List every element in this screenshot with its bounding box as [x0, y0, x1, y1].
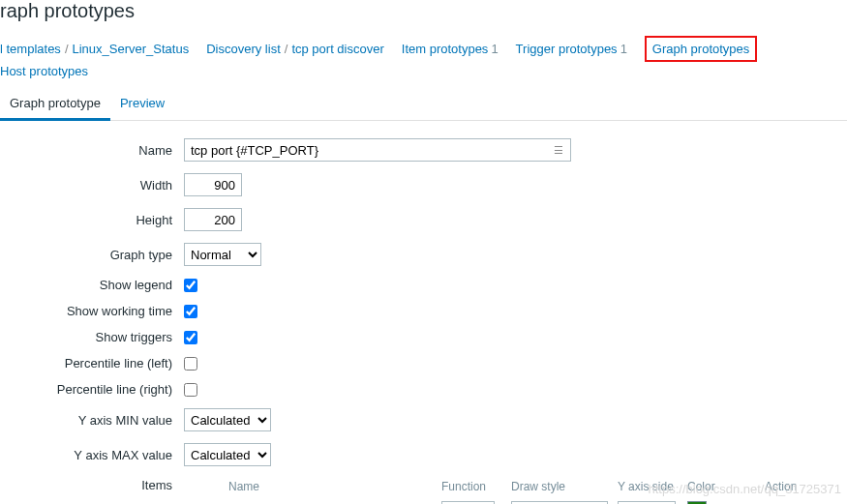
breadcrumb: l templates / Linux_Server_Status Discov…: [0, 26, 847, 90]
col-header-y-axis: Y axis side: [618, 480, 687, 493]
label-items: Items: [0, 478, 184, 492]
label-width: Width: [0, 178, 184, 193]
tab-preview[interactable]: Preview: [110, 90, 174, 121]
label-show-working: Show working time: [0, 304, 184, 318]
show-triggers-checkbox[interactable]: [184, 331, 197, 344]
trigger-proto-count: 1: [620, 42, 627, 56]
page-title: raph prototypes: [0, 0, 847, 26]
crumb-host-prototypes[interactable]: Host prototypes: [0, 64, 88, 78]
perc-right-checkbox[interactable]: [184, 383, 197, 397]
highlight-graph-prototypes: Graph prototypes: [645, 36, 757, 62]
graph-type-select[interactable]: Normal: [184, 243, 261, 266]
name-input[interactable]: [184, 138, 571, 162]
tabs: Graph prototype Preview: [0, 90, 847, 121]
separator: /: [285, 42, 288, 56]
show-working-checkbox[interactable]: [184, 305, 197, 318]
col-header-action: Action: [765, 480, 818, 493]
crumb-item-prototypes[interactable]: Item prototypes: [402, 42, 489, 56]
label-graph-type: Graph type: [0, 248, 184, 262]
height-input[interactable]: [184, 208, 242, 231]
col-header-function: Function: [441, 480, 511, 493]
label-perc-right: Percentile line (right): [0, 382, 184, 397]
col-header-color: Color: [687, 480, 765, 493]
crumb-graph-prototypes[interactable]: Graph prototypes: [652, 42, 749, 56]
y-min-select[interactable]: Calculated: [184, 408, 271, 431]
items-table: Name Function Draw style Y axis side Col…: [186, 478, 820, 504]
col-header-draw-style: Draw style: [511, 480, 618, 493]
table-row: ⋮⋮ 1: Linux_Server_Status: tcp port {#TC…: [186, 499, 820, 504]
label-show-triggers: Show triggers: [0, 330, 184, 344]
label-show-legend: Show legend: [0, 278, 184, 292]
label-y-min: Y axis MIN value: [0, 413, 184, 428]
crumb-discovery-list[interactable]: Discovery list: [206, 42, 281, 56]
item-proto-count: 1: [491, 42, 498, 56]
separator: /: [65, 42, 69, 56]
tab-graph-prototype[interactable]: Graph prototype: [0, 90, 110, 121]
col-header-name: Name: [228, 480, 441, 493]
perc-left-checkbox[interactable]: [184, 357, 197, 371]
label-perc-left: Percentile line (left): [0, 356, 184, 371]
form: Name ☰ Width Height Graph type Normal Sh…: [0, 121, 847, 504]
crumb-all-templates[interactable]: l templates: [0, 42, 61, 56]
width-input[interactable]: [184, 173, 242, 196]
crumb-trigger-prototypes[interactable]: Trigger prototypes: [516, 42, 618, 56]
show-legend-checkbox[interactable]: [184, 279, 197, 292]
y-max-select[interactable]: Calculated: [184, 443, 271, 466]
label-y-max: Y axis MAX value: [0, 448, 184, 462]
label-name: Name: [0, 143, 184, 158]
label-height: Height: [0, 213, 184, 227]
crumb-rule[interactable]: tcp port discover: [291, 42, 383, 56]
crumb-template[interactable]: Linux_Server_Status: [73, 42, 190, 56]
